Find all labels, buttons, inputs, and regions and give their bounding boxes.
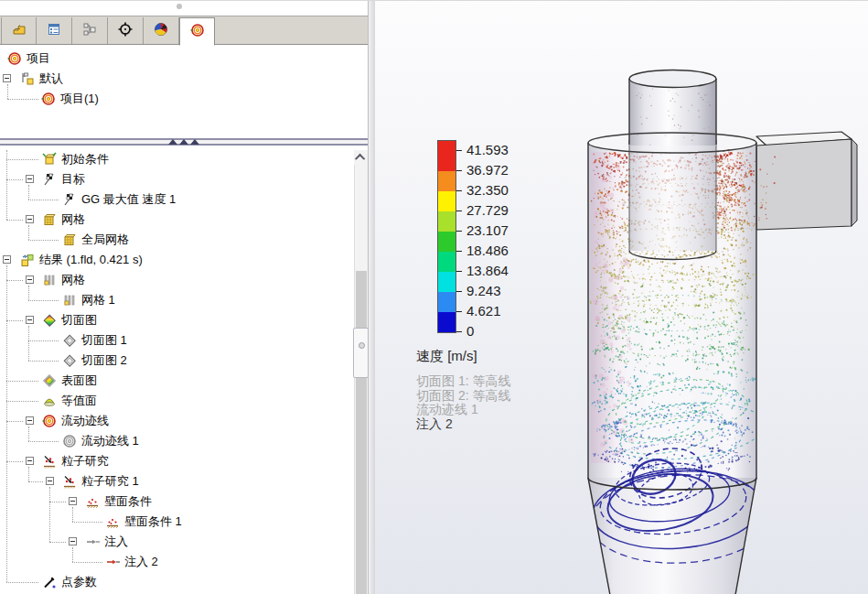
tree-item[interactable]: 目标 — [0, 169, 368, 189]
tree-guide-line — [49, 542, 66, 543]
tree-guide-line — [6, 220, 23, 221]
tree-item[interactable]: 等值面 — [0, 391, 368, 411]
meshbars-icon — [42, 273, 57, 287]
particle-icon — [62, 474, 77, 489]
tree-item[interactable]: 壁面条件 1 — [0, 512, 368, 532]
legend-color-band — [438, 252, 455, 272]
expand-toggle[interactable] — [46, 477, 54, 485]
target-icon — [118, 22, 133, 40]
plot-annotation-line: 注入 2 — [416, 416, 453, 433]
tree-item[interactable]: 注入 2 — [0, 552, 368, 572]
tree-item-label: 流动迹线 — [61, 411, 109, 431]
tree-item[interactable]: 粒子研究 1 — [0, 471, 368, 491]
tree-item-label: 粒子研究 1 — [81, 471, 139, 491]
tab-displaymanager[interactable] — [144, 17, 179, 44]
legend-color-band — [438, 211, 455, 232]
expand-toggle[interactable] — [26, 215, 34, 223]
tree-splitter[interactable] — [0, 138, 368, 146]
solidworks-window: 项目默认项目(1) 初始条件目标GG 最大值 速度 1网格全局网格结果 (1.f… — [0, 0, 868, 594]
manager-tab-strip — [0, 16, 368, 45]
initial-icon — [42, 152, 57, 167]
tree-guide-line — [6, 421, 23, 422]
tree-guide-line — [28, 467, 29, 481]
tree-guide-line — [7, 99, 38, 100]
tree-guide-line — [28, 441, 59, 442]
expand-toggle[interactable] — [3, 74, 11, 82]
config-icon — [20, 71, 35, 86]
tab-configurationmanager[interactable] — [72, 17, 108, 44]
tree-item[interactable]: 点参数 — [0, 572, 368, 592]
injectred-icon — [105, 555, 120, 569]
tree-item[interactable]: 默认 — [0, 69, 368, 89]
legend-title: 速度 [m/s] — [416, 348, 477, 365]
cutplotg-icon — [62, 353, 77, 368]
particle-icon — [42, 454, 57, 469]
goal-icon — [42, 172, 57, 187]
expand-toggle[interactable] — [69, 497, 77, 505]
legend-color-band — [438, 232, 455, 252]
tree-item[interactable]: 网格 — [0, 270, 368, 290]
tree-item[interactable]: 项目(1) — [0, 89, 368, 109]
tree-item-label: 等值面 — [61, 391, 97, 411]
tree-item-label: 项目 — [27, 49, 50, 69]
flow-icon — [41, 92, 56, 106]
part-icon — [12, 22, 27, 40]
tree-item-label: 壁面条件 1 — [124, 512, 182, 532]
pointparam-icon — [42, 575, 57, 589]
tab-flow-simulation[interactable] — [179, 17, 215, 46]
tree-guide-line — [49, 487, 50, 542]
isosurf-icon — [42, 394, 57, 408]
tree-item[interactable]: 切面图 — [0, 310, 368, 330]
tree-item-label: 项目(1) — [60, 89, 99, 109]
tree-item-label: 切面图 1 — [81, 330, 127, 351]
inject-icon — [85, 535, 100, 549]
legend-tick — [456, 150, 462, 151]
legend-tick-value: 9.243 — [466, 283, 501, 298]
tree-guide-line — [28, 361, 59, 362]
tree-guide-line — [6, 150, 7, 220]
legend-tick — [456, 170, 462, 171]
meshcube-icon — [42, 212, 57, 227]
tree-item[interactable]: 粒子研究 — [0, 451, 368, 471]
tree-item[interactable]: 流动迹线 — [0, 411, 368, 431]
tree-item[interactable]: 结果 (1.fld, 0.421 s) — [0, 250, 368, 270]
expand-toggle[interactable] — [26, 175, 34, 183]
tree-guide-line — [6, 401, 38, 402]
tree-guide-line — [28, 286, 29, 300]
tab-propertymanager[interactable] — [37, 17, 72, 44]
tree-guide-line — [6, 179, 23, 180]
scrollbar-up-button[interactable] — [354, 150, 368, 165]
tree-item[interactable]: 表面图 — [0, 371, 368, 391]
flow-icon — [190, 23, 205, 41]
legend-tick — [456, 190, 462, 191]
expand-toggle[interactable] — [69, 537, 77, 545]
3d-viewport[interactable]: 41.59336.97232.35027.72923.10718.48613.8… — [375, 1, 868, 594]
tree-item[interactable]: 网格 — [0, 210, 368, 230]
expand-toggle[interactable] — [26, 457, 34, 465]
panel-splitter[interactable] — [368, 1, 375, 594]
flow-icon — [42, 414, 57, 428]
tree-guide-line — [6, 280, 23, 281]
expand-toggle[interactable] — [3, 255, 11, 264]
expand-toggle[interactable] — [26, 275, 34, 284]
tree-guide-line — [6, 582, 38, 583]
wallcond-icon — [105, 514, 120, 529]
tree-scrollbar-thumb[interactable] — [356, 271, 367, 594]
tab-dimxpertmanager[interactable] — [108, 17, 144, 44]
expand-toggle[interactable] — [26, 316, 34, 324]
feature-tree-panel: 项目默认项目(1) 初始条件目标GG 最大值 速度 1网格全局网格结果 (1.f… — [0, 1, 368, 594]
tree-guide-line — [7, 84, 8, 99]
tree-item[interactable]: 初始条件 — [0, 149, 368, 169]
expand-toggle[interactable] — [26, 416, 34, 425]
tree-item-label: 网格 — [61, 210, 85, 230]
tree-item[interactable]: 项目 — [0, 49, 368, 69]
goal-icon — [62, 192, 77, 207]
propmgr-icon — [47, 22, 61, 40]
legend-tick — [456, 271, 462, 272]
legend-tick — [456, 211, 462, 211]
tab-featuremanager-tree[interactable] — [1, 17, 37, 44]
tree-item-label: 点参数 — [61, 572, 97, 592]
tree-guide-line — [28, 240, 59, 241]
panel-splitter-handle[interactable] — [353, 328, 369, 378]
splitter-arrow-icon — [168, 139, 177, 145]
